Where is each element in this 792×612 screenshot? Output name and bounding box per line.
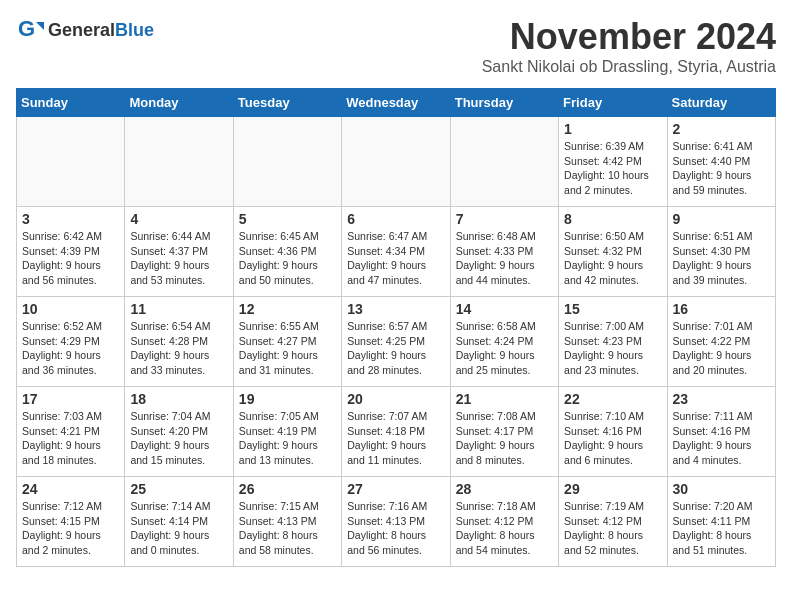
- day-info: Sunrise: 6:51 AMSunset: 4:30 PMDaylight:…: [673, 229, 770, 288]
- calendar-cell: [125, 117, 233, 207]
- logo-general: General: [48, 20, 115, 40]
- day-number: 4: [130, 211, 227, 227]
- calendar-cell: 17Sunrise: 7:03 AMSunset: 4:21 PMDayligh…: [17, 387, 125, 477]
- calendar-cell: 28Sunrise: 7:18 AMSunset: 4:12 PMDayligh…: [450, 477, 558, 567]
- day-info: Sunrise: 7:04 AMSunset: 4:20 PMDaylight:…: [130, 409, 227, 468]
- calendar-cell: 5Sunrise: 6:45 AMSunset: 4:36 PMDaylight…: [233, 207, 341, 297]
- calendar-cell: 10Sunrise: 6:52 AMSunset: 4:29 PMDayligh…: [17, 297, 125, 387]
- day-number: 14: [456, 301, 553, 317]
- calendar-cell: 12Sunrise: 6:55 AMSunset: 4:27 PMDayligh…: [233, 297, 341, 387]
- day-number: 27: [347, 481, 444, 497]
- week-row-2: 3Sunrise: 6:42 AMSunset: 4:39 PMDaylight…: [17, 207, 776, 297]
- day-number: 15: [564, 301, 661, 317]
- day-info: Sunrise: 7:07 AMSunset: 4:18 PMDaylight:…: [347, 409, 444, 468]
- week-row-1: 1Sunrise: 6:39 AMSunset: 4:42 PMDaylight…: [17, 117, 776, 207]
- calendar-cell: 18Sunrise: 7:04 AMSunset: 4:20 PMDayligh…: [125, 387, 233, 477]
- calendar-cell: 24Sunrise: 7:12 AMSunset: 4:15 PMDayligh…: [17, 477, 125, 567]
- day-info: Sunrise: 7:11 AMSunset: 4:16 PMDaylight:…: [673, 409, 770, 468]
- title-area: November 2024 Sankt Nikolai ob Drassling…: [482, 16, 776, 76]
- header: G GeneralBlue November 2024 Sankt Nikola…: [16, 16, 776, 76]
- day-info: Sunrise: 7:10 AMSunset: 4:16 PMDaylight:…: [564, 409, 661, 468]
- day-info: Sunrise: 6:48 AMSunset: 4:33 PMDaylight:…: [456, 229, 553, 288]
- calendar-cell: 13Sunrise: 6:57 AMSunset: 4:25 PMDayligh…: [342, 297, 450, 387]
- day-info: Sunrise: 7:05 AMSunset: 4:19 PMDaylight:…: [239, 409, 336, 468]
- day-number: 9: [673, 211, 770, 227]
- svg-text:G: G: [18, 16, 35, 41]
- day-info: Sunrise: 7:19 AMSunset: 4:12 PMDaylight:…: [564, 499, 661, 558]
- day-info: Sunrise: 6:45 AMSunset: 4:36 PMDaylight:…: [239, 229, 336, 288]
- day-number: 1: [564, 121, 661, 137]
- day-info: Sunrise: 6:58 AMSunset: 4:24 PMDaylight:…: [456, 319, 553, 378]
- day-number: 12: [239, 301, 336, 317]
- weekday-header-monday: Monday: [125, 89, 233, 117]
- logo-blue: Blue: [115, 20, 154, 40]
- day-number: 20: [347, 391, 444, 407]
- day-info: Sunrise: 7:12 AMSunset: 4:15 PMDaylight:…: [22, 499, 119, 558]
- day-info: Sunrise: 6:52 AMSunset: 4:29 PMDaylight:…: [22, 319, 119, 378]
- day-number: 7: [456, 211, 553, 227]
- day-number: 18: [130, 391, 227, 407]
- day-number: 11: [130, 301, 227, 317]
- week-row-4: 17Sunrise: 7:03 AMSunset: 4:21 PMDayligh…: [17, 387, 776, 477]
- day-info: Sunrise: 7:15 AMSunset: 4:13 PMDaylight:…: [239, 499, 336, 558]
- day-info: Sunrise: 6:55 AMSunset: 4:27 PMDaylight:…: [239, 319, 336, 378]
- day-number: 22: [564, 391, 661, 407]
- day-number: 2: [673, 121, 770, 137]
- day-number: 23: [673, 391, 770, 407]
- day-info: Sunrise: 6:47 AMSunset: 4:34 PMDaylight:…: [347, 229, 444, 288]
- day-info: Sunrise: 6:39 AMSunset: 4:42 PMDaylight:…: [564, 139, 661, 198]
- calendar-table: SundayMondayTuesdayWednesdayThursdayFrid…: [16, 88, 776, 567]
- calendar-cell: 1Sunrise: 6:39 AMSunset: 4:42 PMDaylight…: [559, 117, 667, 207]
- calendar-cell: 30Sunrise: 7:20 AMSunset: 4:11 PMDayligh…: [667, 477, 775, 567]
- day-number: 28: [456, 481, 553, 497]
- week-row-3: 10Sunrise: 6:52 AMSunset: 4:29 PMDayligh…: [17, 297, 776, 387]
- day-number: 5: [239, 211, 336, 227]
- day-number: 26: [239, 481, 336, 497]
- day-number: 21: [456, 391, 553, 407]
- weekday-header-sunday: Sunday: [17, 89, 125, 117]
- calendar-cell: 16Sunrise: 7:01 AMSunset: 4:22 PMDayligh…: [667, 297, 775, 387]
- calendar-cell: [450, 117, 558, 207]
- day-info: Sunrise: 6:44 AMSunset: 4:37 PMDaylight:…: [130, 229, 227, 288]
- weekday-header-tuesday: Tuesday: [233, 89, 341, 117]
- calendar-cell: 21Sunrise: 7:08 AMSunset: 4:17 PMDayligh…: [450, 387, 558, 477]
- calendar-cell: 22Sunrise: 7:10 AMSunset: 4:16 PMDayligh…: [559, 387, 667, 477]
- day-number: 25: [130, 481, 227, 497]
- day-info: Sunrise: 7:18 AMSunset: 4:12 PMDaylight:…: [456, 499, 553, 558]
- day-number: 24: [22, 481, 119, 497]
- logo-icon: G: [16, 16, 44, 44]
- calendar-cell: 25Sunrise: 7:14 AMSunset: 4:14 PMDayligh…: [125, 477, 233, 567]
- calendar-cell: [233, 117, 341, 207]
- calendar-cell: 14Sunrise: 6:58 AMSunset: 4:24 PMDayligh…: [450, 297, 558, 387]
- calendar-cell: 15Sunrise: 7:00 AMSunset: 4:23 PMDayligh…: [559, 297, 667, 387]
- location-subtitle: Sankt Nikolai ob Drassling, Styria, Aust…: [482, 58, 776, 76]
- logo: G GeneralBlue: [16, 16, 154, 44]
- day-info: Sunrise: 7:03 AMSunset: 4:21 PMDaylight:…: [22, 409, 119, 468]
- day-info: Sunrise: 7:16 AMSunset: 4:13 PMDaylight:…: [347, 499, 444, 558]
- calendar-cell: 20Sunrise: 7:07 AMSunset: 4:18 PMDayligh…: [342, 387, 450, 477]
- day-number: 13: [347, 301, 444, 317]
- svg-marker-1: [36, 22, 44, 30]
- day-number: 19: [239, 391, 336, 407]
- calendar-cell: 27Sunrise: 7:16 AMSunset: 4:13 PMDayligh…: [342, 477, 450, 567]
- day-info: Sunrise: 6:41 AMSunset: 4:40 PMDaylight:…: [673, 139, 770, 198]
- day-number: 3: [22, 211, 119, 227]
- day-info: Sunrise: 6:57 AMSunset: 4:25 PMDaylight:…: [347, 319, 444, 378]
- day-info: Sunrise: 7:01 AMSunset: 4:22 PMDaylight:…: [673, 319, 770, 378]
- day-info: Sunrise: 6:50 AMSunset: 4:32 PMDaylight:…: [564, 229, 661, 288]
- day-number: 30: [673, 481, 770, 497]
- calendar-cell: 11Sunrise: 6:54 AMSunset: 4:28 PMDayligh…: [125, 297, 233, 387]
- day-info: Sunrise: 6:42 AMSunset: 4:39 PMDaylight:…: [22, 229, 119, 288]
- weekday-header-friday: Friday: [559, 89, 667, 117]
- day-number: 17: [22, 391, 119, 407]
- calendar-cell: 7Sunrise: 6:48 AMSunset: 4:33 PMDaylight…: [450, 207, 558, 297]
- day-info: Sunrise: 7:20 AMSunset: 4:11 PMDaylight:…: [673, 499, 770, 558]
- calendar-cell: 9Sunrise: 6:51 AMSunset: 4:30 PMDaylight…: [667, 207, 775, 297]
- weekday-header-saturday: Saturday: [667, 89, 775, 117]
- day-number: 16: [673, 301, 770, 317]
- weekday-header-row: SundayMondayTuesdayWednesdayThursdayFrid…: [17, 89, 776, 117]
- calendar-cell: 6Sunrise: 6:47 AMSunset: 4:34 PMDaylight…: [342, 207, 450, 297]
- calendar-cell: 3Sunrise: 6:42 AMSunset: 4:39 PMDaylight…: [17, 207, 125, 297]
- weekday-header-thursday: Thursday: [450, 89, 558, 117]
- day-info: Sunrise: 7:08 AMSunset: 4:17 PMDaylight:…: [456, 409, 553, 468]
